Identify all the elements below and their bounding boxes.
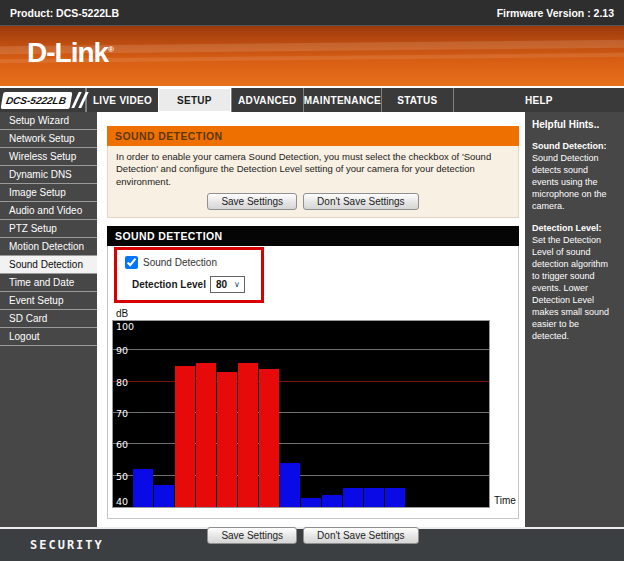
dont-save-settings-button-bottom[interactable]: Don't Save Settings xyxy=(303,527,419,544)
dont-save-settings-button[interactable]: Don't Save Settings xyxy=(303,193,419,210)
chart-bar xyxy=(343,488,363,507)
helpful-hints-list: Sound Detection: Sound Detection detects… xyxy=(532,141,617,343)
sound-detection-panel: Sound Detection Detection Level 80 ∨ dB … xyxy=(107,246,519,519)
sidebar-item[interactable]: Motion Detection xyxy=(0,238,97,256)
detection-level-label: Detection Level xyxy=(132,279,206,290)
sidebar-item[interactable]: Time and Date xyxy=(0,274,97,292)
registered-mark: ® xyxy=(108,45,114,54)
chart-y-axis-label: dB xyxy=(116,308,514,319)
sound-detection-checkbox-label: Sound Detection xyxy=(143,257,217,268)
nav-tab[interactable]: HELP xyxy=(453,88,624,112)
nav-tab[interactable]: MAINTENANCE xyxy=(303,88,381,112)
hint-paragraph: Detection Level: Set the Detection Level… xyxy=(532,223,617,343)
save-settings-button[interactable]: Save Settings xyxy=(207,193,297,210)
sound-detection-checkbox-row[interactable]: Sound Detection xyxy=(125,256,261,269)
product-label: Product: DCS-5222LB xyxy=(10,7,119,19)
sidebar-item[interactable]: Event Setup xyxy=(0,292,97,310)
firmware-version-label: Firmware Version : 2.13 xyxy=(497,7,614,19)
nav-tab[interactable]: STATUS xyxy=(381,88,453,112)
y-tick-label: 90 xyxy=(116,345,128,356)
sidebar-item[interactable]: Network Setup xyxy=(0,130,97,148)
chart-bar xyxy=(385,488,405,507)
chart-bar xyxy=(364,488,384,507)
chart-x-axis-label: Time xyxy=(494,495,516,506)
helpful-hints-panel: Helpful Hints.. Sound Detection: Sound D… xyxy=(525,112,624,527)
y-tick-label: 40 xyxy=(116,496,128,507)
security-label: SECURITY xyxy=(30,538,104,552)
sidebar-item[interactable]: Sound Detection xyxy=(0,256,97,274)
description-box: In order to enable your camera Sound Det… xyxy=(107,146,519,218)
sidebar-item[interactable]: Dynamic DNS xyxy=(0,166,97,184)
chart-bar xyxy=(133,469,153,507)
sidebar-item[interactable]: Image Setup xyxy=(0,184,97,202)
gridline xyxy=(113,412,489,413)
model-badge: DCS-5222LB xyxy=(1,92,73,109)
y-tick-label: 80 xyxy=(116,377,128,388)
sidebar-item[interactable]: PTZ Setup xyxy=(0,220,97,238)
detection-level-select[interactable]: 80 ∨ xyxy=(210,276,245,293)
description-text: In order to enable your camera Sound Det… xyxy=(116,151,510,188)
y-tick-label: 50 xyxy=(116,471,128,482)
main-nav-bar: DCS-5222LB LIVE VIDEOSETUPADVANCEDMAINTE… xyxy=(0,86,624,112)
chart-bar xyxy=(217,372,237,507)
chart-bar xyxy=(154,485,174,507)
nav-tab[interactable]: LIVE VIDEO xyxy=(86,88,158,112)
y-tick-label: 60 xyxy=(116,439,128,450)
chart-bar xyxy=(280,463,300,507)
sound-detection-checkbox[interactable] xyxy=(125,256,138,269)
sidebar-item[interactable]: Setup Wizard xyxy=(0,112,97,130)
chart-bar xyxy=(175,366,195,507)
chart-bar xyxy=(238,363,258,507)
main-content: SOUND DETECTION In order to enable your … xyxy=(97,112,525,527)
sound-level-chart: 405060708090100 Time xyxy=(112,320,492,508)
sidebar-item[interactable]: Logout xyxy=(0,328,97,346)
nav-tab[interactable]: ADVANCED xyxy=(231,88,303,112)
y-tick-label: 70 xyxy=(116,408,128,419)
dlink-logo: D-Link® xyxy=(27,37,114,69)
chart-bar xyxy=(301,498,321,507)
section-header-sound-detection: SOUND DETECTION xyxy=(107,126,519,146)
nav-tab[interactable]: SETUP xyxy=(158,88,231,112)
sidebar-item[interactable]: Wireless Setup xyxy=(0,148,97,166)
hint-paragraph: Sound Detection: Sound Detection detects… xyxy=(532,141,617,213)
chevron-down-icon: ∨ xyxy=(234,280,240,289)
gridline xyxy=(113,349,489,350)
model-badge-area: DCS-5222LB xyxy=(0,88,86,112)
left-sidebar: Setup WizardNetwork SetupWireless SetupD… xyxy=(0,112,97,527)
sound-chart-plot: 405060708090100 xyxy=(112,320,490,508)
chart-bar xyxy=(259,369,279,507)
chart-section-header: SOUND DETECTION xyxy=(107,226,519,246)
nav-tabs: LIVE VIDEOSETUPADVANCEDMAINTENANCESTATUS… xyxy=(86,88,624,112)
gridline xyxy=(113,443,489,444)
y-tick-label: 100 xyxy=(116,321,134,332)
sidebar-item[interactable]: SD Card xyxy=(0,310,97,328)
save-settings-button-bottom[interactable]: Save Settings xyxy=(207,527,297,544)
helpful-hints-title: Helpful Hints.. xyxy=(532,118,617,131)
sidebar-item[interactable]: Audio and Video xyxy=(0,202,97,220)
annotation-highlight: Sound Detection Detection Level 80 ∨ xyxy=(114,247,264,303)
brand-banner: D-Link® xyxy=(0,26,624,86)
product-info-bar: Product: DCS-5222LB Firmware Version : 2… xyxy=(0,0,624,26)
chart-bar xyxy=(196,363,216,507)
gridline xyxy=(113,475,489,476)
threshold-line xyxy=(113,381,489,382)
chart-bar xyxy=(322,495,342,508)
